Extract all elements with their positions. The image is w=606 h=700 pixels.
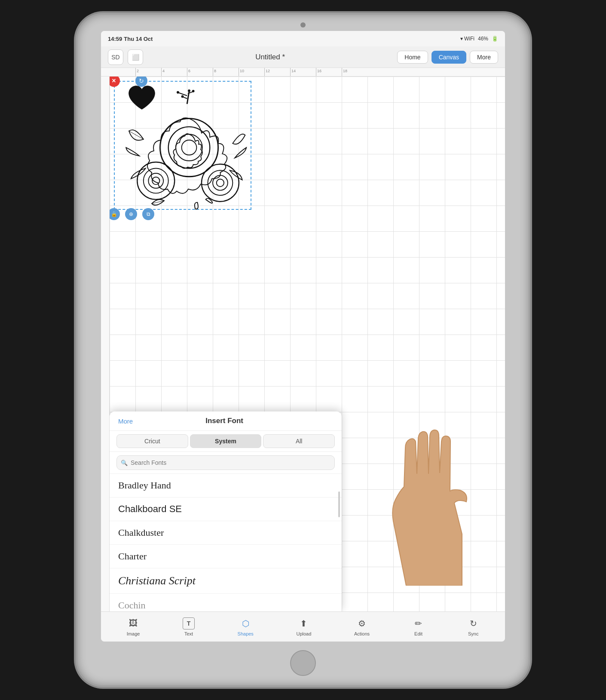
nav-left-buttons: SD ⬜ (108, 49, 143, 65)
canvas-area[interactable]: × ↻ 🔒 ⊕ ⧉ (101, 77, 505, 611)
toolbar-sync[interactable]: ↻ Sync (464, 616, 483, 638)
toolbar-text-label: Text (184, 631, 193, 636)
bottom-toolbar: 🖼 Image T Text ⬡ Shapes ⬆ Upload ⚙ Actio… (101, 611, 505, 642)
svg-point-4 (177, 91, 179, 94)
svg-point-11 (182, 140, 197, 155)
toolbar-actions[interactable]: ⚙ Actions (351, 616, 373, 638)
svg-point-5 (192, 90, 195, 92)
ruler-mark: 10 (239, 68, 264, 76)
toolbar-upload-label: Upload (296, 631, 311, 636)
toolbar-text[interactable]: T Text (179, 616, 198, 638)
save-icon: ⬜ (132, 54, 139, 61)
home-button[interactable] (290, 650, 316, 676)
copy-handle[interactable]: ⧉ (142, 208, 154, 220)
search-icon: 🔍 (121, 460, 128, 466)
svg-point-6 (181, 95, 184, 98)
font-item-cochin[interactable]: Cochin (110, 594, 342, 611)
ruler-mark: 16 (316, 68, 342, 76)
search-wrapper: 🔍 (116, 455, 335, 470)
ruler-mark: 4 (161, 68, 187, 76)
ruler-mark: 2 (135, 68, 161, 76)
edit-icon: ✏ (413, 617, 425, 629)
font-search-input[interactable] (116, 455, 335, 470)
heart-element[interactable] (127, 85, 157, 113)
battery-indicator: 46% (478, 36, 488, 42)
font-item-christiana-script[interactable]: Christiana Script (110, 568, 342, 594)
font-item-bradley-hand[interactable]: Bradley Hand (110, 474, 342, 497)
svg-point-7 (188, 89, 190, 92)
ruler-mark: 18 (342, 68, 367, 76)
svg-point-13 (144, 168, 168, 193)
ruler-mark: 6 (187, 68, 213, 76)
home-button[interactable]: Home (397, 51, 428, 64)
actions-icon: ⚙ (356, 617, 368, 629)
sync-icon: ↻ (467, 617, 479, 629)
tab-all[interactable]: All (263, 434, 335, 448)
font-item-charter[interactable]: Charter (110, 545, 342, 568)
ruler-mark: 14 (290, 68, 316, 76)
toolbar-edit-label: Edit (414, 631, 422, 636)
ipad-frame: 14:59 Thu 14 Oct ▾ WiFi 46% 🔋 SD ⬜ Untit… (77, 15, 529, 685)
font-list-scrollbar[interactable] (338, 491, 340, 517)
sd-label: SD (111, 54, 119, 61)
toolbar-actions-label: Actions (354, 631, 370, 636)
more-button[interactable]: More (470, 51, 498, 64)
svg-point-14 (148, 173, 163, 188)
svg-line-1 (179, 93, 187, 96)
font-tab-bar: Cricut System All (110, 431, 342, 452)
top-navigation: SD ⬜ Untitled * Home Canvas More (101, 46, 505, 68)
font-panel-more-link[interactable]: More (118, 418, 133, 425)
canvas-button[interactable]: Canvas (432, 51, 466, 64)
status-bar: 14:59 Thu 14 Oct ▾ WiFi 46% 🔋 (101, 31, 505, 46)
toolbar-shapes-label: Shapes (238, 631, 254, 636)
status-indicators: ▾ WiFi 46% 🔋 (460, 36, 498, 42)
sd-button[interactable]: SD (108, 49, 123, 65)
document-title: Untitled * (255, 53, 285, 61)
svg-point-18 (213, 175, 228, 190)
save-button[interactable]: ⬜ (128, 49, 143, 65)
canvas-design-group[interactable]: × ↻ 🔒 ⊕ ⧉ (114, 81, 260, 214)
text-icon: T (183, 617, 195, 629)
horizontal-ruler: 2 4 6 8 10 12 14 16 18 (101, 68, 505, 77)
shapes-icon: ⬡ (239, 617, 251, 629)
font-panel-header: More Insert Font (110, 411, 342, 431)
vertical-ruler (101, 77, 110, 611)
font-panel: More Insert Font Cricut System All 🔍 (110, 411, 342, 611)
toolbar-edit[interactable]: ✏ Edit (409, 616, 428, 638)
status-time: 14:59 Thu 14 Oct (108, 36, 153, 42)
svg-point-16 (202, 164, 239, 202)
upload-icon: ⬆ (298, 617, 310, 629)
font-item-chalkboard-se[interactable]: Chalkboard SE (110, 497, 342, 521)
date-display: Thu 14 Oct (124, 36, 153, 42)
ruler-marks-container: 2 4 6 8 10 12 14 16 18 (101, 68, 505, 76)
time-display: 14:59 (108, 36, 122, 42)
ipad-screen: 14:59 Thu 14 Oct ▾ WiFi 46% 🔋 SD ⬜ Untit… (101, 31, 505, 642)
battery-icon: 🔋 (492, 36, 498, 42)
svg-point-9 (168, 127, 210, 169)
image-icon: 🖼 (127, 617, 139, 629)
ruler-mark: 12 (264, 68, 290, 76)
svg-point-19 (217, 179, 224, 187)
nav-right-buttons: Home Canvas More (397, 51, 498, 64)
canvas-content[interactable]: × ↻ 🔒 ⊕ ⧉ (110, 77, 505, 611)
svg-point-10 (176, 134, 202, 161)
tab-cricut[interactable]: Cricut (116, 434, 188, 448)
toolbar-sync-label: Sync (468, 631, 478, 636)
toolbar-image-label: Image (127, 631, 140, 636)
front-camera (300, 22, 306, 28)
tab-system[interactable]: System (190, 434, 262, 448)
svg-point-12 (137, 162, 174, 200)
font-item-chalkduster[interactable]: Chalkduster (110, 521, 342, 545)
toolbar-image[interactable]: 🖼 Image (123, 616, 144, 638)
toolbar-upload[interactable]: ⬆ Upload (293, 616, 315, 638)
wifi-icon: ▾ WiFi (460, 36, 474, 42)
toolbar-shapes[interactable]: ⬡ Shapes (234, 616, 257, 638)
font-panel-title: Insert Font (205, 417, 243, 425)
font-search-area: 🔍 (110, 452, 342, 474)
font-list: Bradley Hand Chalkboard SE Chalkduster C… (110, 474, 342, 611)
ruler-mark: 8 (213, 68, 239, 76)
move-handle[interactable]: ⊕ (125, 208, 137, 220)
